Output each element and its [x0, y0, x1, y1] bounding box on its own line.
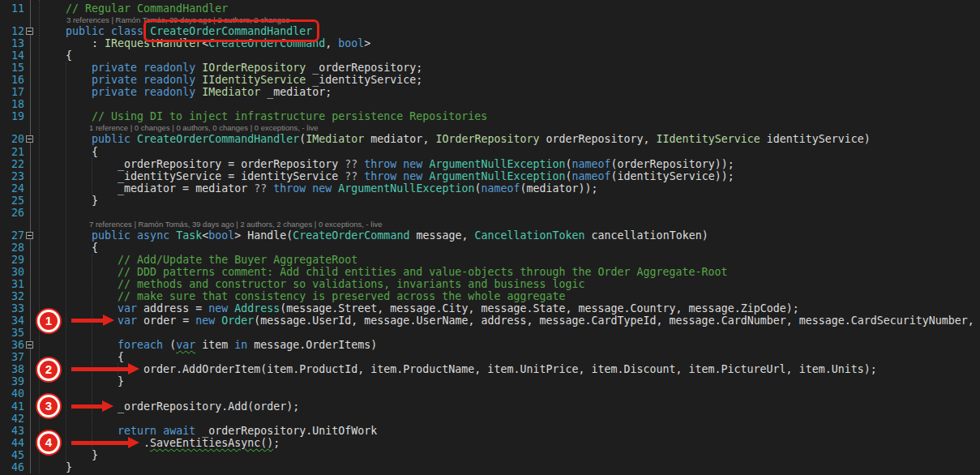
line-number-15[interactable]: 15	[0, 62, 24, 74]
code-text-32[interactable]: // make sure that consistency is preserv…	[35, 290, 565, 302]
code-editor[interactable]: 11 // Regular CommandHandler3 references…	[0, 0, 980, 475]
line-number-41[interactable]: 41	[0, 400, 24, 413]
code-line-31[interactable]: 31 // methods and constructor so validat…	[0, 278, 980, 290]
line-number-45[interactable]: 45	[0, 449, 24, 461]
code-line-14[interactable]: 14 {	[0, 49, 980, 62]
code-text-27[interactable]: public async Task<bool> Handle(CreateOrd…	[35, 229, 708, 242]
code-line-45[interactable]: 45 }	[0, 449, 980, 461]
code-line-23[interactable]: 23 _identityService = identityService ??…	[0, 170, 980, 182]
code-line-34[interactable]: 34 var order = new Order(message.UserId,…	[0, 315, 980, 327]
line-number-34[interactable]: 34	[0, 315, 24, 327]
code-line-32[interactable]: 32 // make sure that consistency is pres…	[0, 290, 980, 302]
fold-toggle-line-20[interactable]	[26, 135, 33, 143]
code-text-24[interactable]: _mediator = mediator ?? throw new Argume…	[35, 182, 598, 195]
code-line-42[interactable]: 42	[0, 413, 980, 425]
fold-toggle-line-36[interactable]	[26, 341, 33, 349]
code-text-22[interactable]: _orderRepository = orderRepository ?? th…	[35, 158, 734, 170]
code-text-23[interactable]: _identityService = identityService ?? th…	[35, 170, 734, 182]
code-line-29[interactable]: 29 // Add/Update the Buyer AggregateRoot	[0, 254, 980, 266]
code-text-38[interactable]: order.AddOrderItem(item.ProductId, item.…	[35, 363, 877, 375]
code-text-14[interactable]: {	[35, 49, 72, 62]
line-number-28[interactable]: 28	[0, 242, 24, 254]
code-text-29[interactable]: // Add/Update the Buyer AggregateRoot	[35, 254, 357, 266]
code-line-27[interactable]: 27 public async Task<bool> Handle(Create…	[0, 229, 980, 242]
line-number-35[interactable]: 35	[0, 327, 24, 339]
code-line-36[interactable]: 36 foreach (var item in message.OrderIte…	[0, 339, 980, 351]
code-line-25[interactable]: 25 }	[0, 195, 980, 207]
line-number-31[interactable]: 31	[0, 278, 24, 290]
code-text-17[interactable]: private readonly IMediator _mediator;	[35, 86, 332, 98]
line-number-17[interactable]: 17	[0, 86, 24, 98]
codelens-indicator[interactable]: 1 reference | 0 changes | 0 authors, 0 c…	[89, 122, 319, 133]
code-line-17[interactable]: 17 private readonly IMediator _mediator;	[0, 86, 980, 98]
code-text-34[interactable]: var order = new Order(message.UserId, me…	[35, 315, 974, 327]
code-line-37[interactable]: 37 {	[0, 351, 980, 363]
code-line-38[interactable]: 38 order.AddOrderItem(item.ProductId, it…	[0, 363, 980, 375]
code-text-20[interactable]: public CreateOrderCommandHandler(IMediat…	[35, 133, 871, 145]
line-number-19[interactable]: 19	[0, 110, 24, 122]
line-number-44[interactable]: 44	[0, 437, 24, 449]
code-text-11[interactable]: // Regular CommandHandler	[35, 2, 228, 15]
fold-toggle-line-12[interactable]	[26, 28, 33, 35]
line-number-23[interactable]: 23	[0, 170, 24, 182]
code-text-30[interactable]: // DDD patterns comment: Add child entit…	[35, 266, 728, 278]
code-line-33[interactable]: 33 var address = new Address(message.Str…	[0, 302, 980, 315]
code-line-22[interactable]: 22 _orderRepository = orderRepository ??…	[0, 158, 980, 170]
line-number-18[interactable]: 18	[0, 98, 24, 110]
line-number-20[interactable]: 20	[0, 133, 24, 145]
line-number-12[interactable]: 12	[0, 25, 24, 37]
code-text-16[interactable]: private readonly IIdentityService _ident…	[35, 74, 422, 86]
code-line-21[interactable]: 21 {	[0, 146, 980, 158]
code-line-43[interactable]: 43 return await _orderRepository.UnitOfW…	[0, 425, 980, 437]
code-line-28[interactable]: 28 {	[0, 242, 980, 254]
code-line-20[interactable]: 20 public CreateOrderCommandHandler(IMed…	[0, 133, 980, 145]
line-number-16[interactable]: 16	[0, 74, 24, 86]
code-line-26[interactable]: 26	[0, 207, 980, 219]
code-text-19[interactable]: // Using DI to inject infrastructure per…	[35, 110, 487, 122]
fold-toggle-line-27[interactable]	[26, 232, 33, 239]
code-text-21[interactable]: {	[35, 146, 98, 158]
line-number-40[interactable]: 40	[0, 387, 24, 400]
code-text-25[interactable]: }	[35, 195, 98, 207]
code-line-39[interactable]: 39 }	[0, 375, 980, 387]
line-number-14[interactable]: 14	[0, 49, 24, 62]
code-line-30[interactable]: 30 // DDD patterns comment: Add child en…	[0, 266, 980, 278]
code-line-24[interactable]: 24 _mediator = mediator ?? throw new Arg…	[0, 182, 980, 195]
line-number-32[interactable]: 32	[0, 290, 24, 302]
codelens-indicator[interactable]: 7 references | Ramón Tomás, 39 days ago …	[89, 219, 383, 229]
line-number-21[interactable]: 21	[0, 146, 24, 158]
code-line-41[interactable]: 41 _orderRepository.Add(order);	[0, 400, 980, 413]
line-number-25[interactable]: 25	[0, 195, 24, 207]
code-text-31[interactable]: // methods and constructor so validation…	[35, 278, 584, 290]
code-line-40[interactable]: 40	[0, 387, 980, 400]
line-number-33[interactable]: 33	[0, 302, 24, 315]
line-number-22[interactable]: 22	[0, 158, 24, 170]
line-number-46[interactable]: 46	[0, 461, 24, 473]
code-text-15[interactable]: private readonly IOrderRepository _order…	[35, 62, 422, 74]
code-line-16[interactable]: 16 private readonly IIdentityService _id…	[0, 74, 980, 86]
line-number-26[interactable]: 26	[0, 207, 24, 219]
line-number-38[interactable]: 38	[0, 363, 24, 375]
line-number-42[interactable]: 42	[0, 413, 24, 425]
code-line-19[interactable]: 19 // Using DI to inject infrastructure …	[0, 110, 980, 122]
code-line-46[interactable]: 46 }	[0, 461, 980, 473]
line-number-36[interactable]: 36	[0, 339, 24, 351]
line-number-13[interactable]: 13	[0, 37, 24, 49]
code-text-33[interactable]: var address = new Address(message.Street…	[35, 302, 799, 315]
code-line-35[interactable]: 35	[0, 327, 980, 339]
line-number-30[interactable]: 30	[0, 266, 24, 278]
code-text-46[interactable]: }	[35, 461, 72, 473]
line-number-27[interactable]: 27	[0, 229, 24, 242]
line-number-43[interactable]: 43	[0, 425, 24, 437]
code-text-36[interactable]: foreach (var item in message.OrderItems)	[35, 339, 377, 351]
code-line-18[interactable]: 18	[0, 98, 980, 110]
code-line-11[interactable]: 11 // Regular CommandHandler	[0, 2, 980, 15]
line-number-11[interactable]: 11	[0, 2, 24, 15]
line-number-37[interactable]: 37	[0, 351, 24, 363]
code-text-43[interactable]: return await _orderRepository.UnitOfWork	[35, 425, 377, 437]
line-number-24[interactable]: 24	[0, 182, 24, 195]
code-line-44[interactable]: 44 .SaveEntitiesAsync();	[0, 437, 980, 449]
code-text-28[interactable]: {	[35, 242, 98, 254]
line-number-29[interactable]: 29	[0, 254, 24, 266]
code-line-15[interactable]: 15 private readonly IOrderRepository _or…	[0, 62, 980, 74]
